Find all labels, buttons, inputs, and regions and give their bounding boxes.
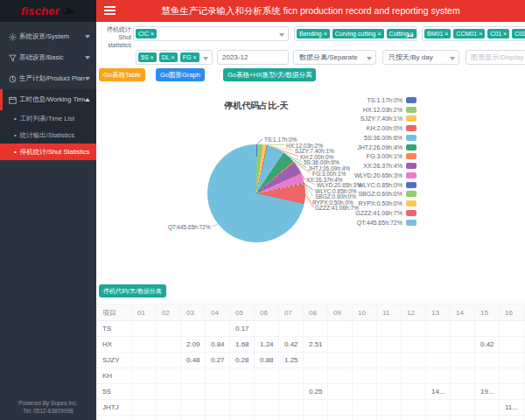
table-cell — [500, 337, 524, 353]
table-cell — [500, 368, 524, 384]
column-header-day: 07 — [279, 304, 304, 321]
table-cell: 0.27 — [206, 353, 230, 368]
row-label: KH — [97, 368, 132, 384]
table-cell — [230, 384, 255, 400]
top-header: 慧鱼生产记录输入和分析系统 ficn production record and… — [96, 0, 525, 22]
sidebar-item-shut-statistics[interactable]: •停机统计/Shut Statistics — [0, 144, 96, 160]
table-cell: 0.84 — [206, 337, 230, 353]
sidebar-item-statistics[interactable]: •统计输出/Statistics — [0, 127, 96, 144]
table-cell: 1.68 — [230, 337, 255, 353]
table-cell: 14... — [426, 384, 451, 400]
legend-swatch — [406, 163, 416, 169]
table-cell — [157, 337, 181, 353]
table-cell — [181, 321, 206, 337]
table-cell — [279, 368, 304, 384]
legend-item[interactable]: KH:2.00h:0% — [315, 123, 416, 133]
table-cell — [451, 400, 475, 416]
table-cell — [402, 416, 426, 420]
hamburger-menu-icon[interactable] — [104, 6, 116, 17]
sidebar-item-time-list[interactable]: •工时列表/Time List — [0, 110, 96, 127]
table-cell: 0.42 — [279, 337, 304, 353]
table-cell — [475, 321, 500, 337]
table-cell — [377, 321, 402, 337]
table-cell — [426, 353, 451, 368]
column-header-day: 08 — [304, 304, 328, 321]
bullet-icon: • — [14, 115, 17, 122]
legend-item[interactable]: HX:12.03h:2% — [315, 105, 416, 115]
legend-item[interactable]: SJZY:7.40h:1% — [315, 115, 416, 124]
legend-swatch — [406, 182, 416, 188]
table-cell: 0.42 — [475, 337, 500, 353]
table-cell — [475, 400, 500, 416]
legend-item[interactable]: QT:445.65h:72% — [315, 218, 416, 228]
legend-label: JHTJ:26.09h:4% — [357, 144, 402, 150]
sidebar-subitem-label: 停机统计/Shut Statistics — [20, 148, 90, 157]
table-cell — [255, 368, 279, 384]
table-cell — [304, 416, 328, 420]
table-cell — [353, 384, 377, 400]
row-label: TS — [97, 321, 132, 337]
table-row: 5S0.2514...19... — [97, 384, 525, 400]
pie-callout-label: GZZZ:41.06h:7% — [315, 205, 359, 211]
table-cell — [377, 416, 402, 420]
sidebar-item-basic[interactable]: 基础设置/Basic — [0, 47, 96, 68]
legend-swatch — [406, 135, 416, 141]
table-cell — [328, 337, 353, 353]
legend-item[interactable]: 5S:36.00h:6% — [315, 133, 416, 143]
calendar-icon — [9, 96, 19, 104]
pie-callout-label: QT:445.65h:72% — [168, 224, 210, 230]
legend-label: SJZY:7.40h:1% — [360, 116, 402, 122]
column-header-day: 04 — [206, 304, 230, 321]
column-header-day: 16 — [500, 304, 524, 321]
table-cell — [353, 368, 377, 384]
column-header-day: 01 — [132, 304, 157, 321]
table-cell — [353, 400, 377, 416]
table-cell — [426, 321, 451, 337]
legend-swatch — [406, 125, 416, 131]
legend-label: SBGZ:0.60h:0% — [358, 191, 402, 197]
column-header-day: 03 — [181, 304, 206, 321]
table-row: KH — [97, 368, 525, 384]
table-cell — [475, 368, 500, 384]
pie[interactable] — [207, 144, 305, 242]
legend-label: 5S:36.00h:6% — [364, 135, 402, 141]
table-cell — [353, 337, 377, 353]
table-cell — [328, 353, 353, 368]
table-cell — [451, 321, 475, 337]
sidebar-item-working-time[interactable]: 工时信息/Working Time — [0, 89, 96, 110]
table-cell — [426, 400, 451, 416]
table-cell — [206, 384, 230, 400]
table-cell — [451, 416, 475, 420]
table-row: HX2.090.841.681.240.422.510.42 — [97, 337, 525, 353]
table-section-button[interactable]: 停机代码/天/数据分离 — [99, 284, 166, 298]
table-cell: 0.28 — [230, 353, 255, 368]
legend-item[interactable]: TS:1.17h:0% — [315, 95, 416, 105]
chevron-up-icon — [85, 98, 90, 102]
fish-icon — [62, 4, 75, 19]
table-cell: 1.24 — [255, 337, 279, 353]
footer-phone: Tel: 0512-63809998 — [0, 407, 96, 415]
table-cell — [402, 353, 426, 368]
table-cell — [500, 353, 524, 368]
table-cell: 0.88 — [255, 353, 279, 368]
table-cell — [157, 321, 181, 337]
sidebar-item-product-plan[interactable]: 生产计划/Product Plan — [0, 68, 96, 89]
sidebar-item-system[interactable]: 系统设置/System — [0, 26, 96, 47]
table-body: TS0.17HX2.090.841.681.240.422.510.42SJZY… — [97, 321, 525, 420]
table-cell — [206, 416, 230, 420]
table-cell — [206, 368, 230, 384]
table-cell — [157, 416, 181, 420]
chevron-down-icon — [85, 56, 90, 60]
legend-swatch — [406, 172, 416, 178]
table-cell — [402, 321, 426, 337]
app-title: 慧鱼生产记录输入和分析系统 ficn production record and… — [96, 0, 525, 22]
column-header-item: 项目 — [97, 304, 132, 321]
table-cell — [206, 321, 230, 337]
table-cell — [328, 368, 353, 384]
legend-swatch — [406, 144, 416, 150]
legend-label: WLYD:20.65h:3% — [354, 172, 402, 178]
column-header-day: 10 — [353, 304, 377, 321]
pie-leader-line — [304, 183, 313, 190]
table-cell: 1.25 — [279, 353, 304, 368]
table-cell — [304, 368, 328, 384]
